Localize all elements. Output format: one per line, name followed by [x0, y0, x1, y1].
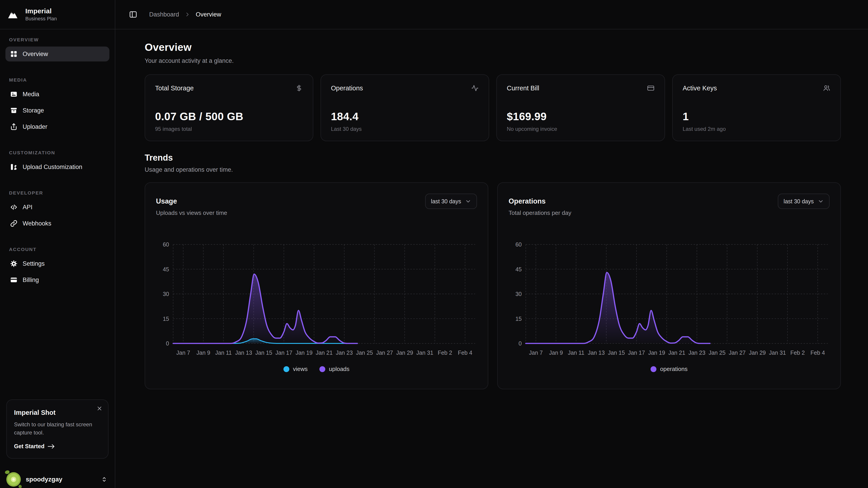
- svg-text:0: 0: [519, 340, 522, 347]
- chevron-down-icon: [465, 198, 471, 204]
- sidebar-item-label: API: [23, 204, 33, 211]
- range-select[interactable]: last 30 days: [425, 194, 477, 209]
- users-icon: [823, 84, 831, 92]
- svg-text:Jan 29: Jan 29: [396, 350, 413, 356]
- sidebar-item-label: Overview: [23, 51, 48, 58]
- svg-text:Jan 21: Jan 21: [315, 350, 333, 356]
- get-started-label: Get Started: [14, 443, 44, 450]
- user-menu[interactable]: spoodyzgay: [0, 471, 115, 488]
- sidebar-item-settings[interactable]: Settings: [5, 256, 110, 271]
- svg-text:Feb 2: Feb 2: [438, 350, 452, 356]
- svg-text:Jan 27: Jan 27: [729, 350, 746, 356]
- sidebar-item-api[interactable]: API: [5, 200, 110, 215]
- breadcrumb: Dashboard Overview: [149, 11, 221, 18]
- svg-text:Jan 31: Jan 31: [769, 350, 786, 356]
- code-icon: [10, 203, 18, 211]
- sidebar-item-label: Billing: [23, 276, 39, 284]
- svg-text:45: 45: [515, 266, 522, 272]
- sidebar-toggle-icon[interactable]: [129, 10, 137, 19]
- brand: Imperial Business Plan: [0, 0, 115, 29]
- chart-title: Operations: [508, 197, 571, 205]
- legend-dot: [319, 366, 325, 372]
- sidebar-item-uploader[interactable]: Uploader: [5, 119, 110, 134]
- stat-card-active-keys: Active Keys1Last used 2m ago: [672, 74, 841, 141]
- chart-card-usage: UsageUploads vs views over timelast 30 d…: [145, 182, 488, 389]
- sidebar-item-upload-customization[interactable]: Upload Customization: [5, 160, 110, 174]
- brand-name: Imperial: [25, 7, 57, 15]
- upload-icon: [10, 123, 18, 131]
- user-name: spoodyzgay: [26, 476, 96, 483]
- stat-title: Operations: [331, 85, 363, 92]
- sidebar-item-overview[interactable]: Overview: [5, 46, 110, 61]
- image-icon: [10, 90, 18, 98]
- trends-title: Trends: [145, 153, 841, 163]
- stat-value: 1: [683, 110, 831, 123]
- sidebar-item-label: Uploader: [23, 123, 48, 130]
- svg-text:Jan 23: Jan 23: [336, 350, 352, 356]
- mountain-logo-icon: [7, 9, 21, 20]
- sidebar-item-storage[interactable]: Storage: [5, 103, 110, 118]
- brand-plan: Business Plan: [25, 16, 57, 22]
- stat-card-current-bill: Current Bill$169.99No upcoming invoice: [496, 74, 665, 141]
- svg-text:Jan 29: Jan 29: [749, 350, 766, 356]
- sidebar: Imperial Business Plan OVERVIEWOverviewM…: [0, 0, 115, 488]
- credit-card-icon: [647, 84, 655, 92]
- sidebar-item-billing[interactable]: Billing: [5, 272, 110, 287]
- svg-text:Jan 13: Jan 13: [588, 350, 604, 356]
- legend-label: uploads: [329, 365, 349, 372]
- svg-text:30: 30: [515, 291, 522, 297]
- chevrons-up-down-icon: [101, 476, 107, 483]
- chart-subtitle: Total operations per day: [508, 209, 571, 217]
- stat-subtext: No upcoming invoice: [507, 126, 655, 132]
- svg-text:60: 60: [163, 241, 169, 248]
- legend-item-operations: operations: [651, 365, 687, 372]
- chart-card-operations: OperationsTotal operations per daylast 3…: [497, 182, 841, 389]
- breadcrumb-dashboard[interactable]: Dashboard: [149, 11, 179, 18]
- nav-section-label: ACCOUNT: [5, 247, 110, 252]
- chevron-down-icon: [818, 198, 824, 204]
- promo-body: Switch to our blazing fast screen captur…: [14, 420, 94, 437]
- stat-cards: Total Storage0.07 GB / 500 GB95 images t…: [145, 74, 841, 141]
- nav-section: ACCOUNTSettingsBilling: [5, 247, 110, 287]
- svg-text:Feb 4: Feb 4: [810, 350, 825, 356]
- chart-title: Usage: [156, 197, 227, 205]
- svg-text:30: 30: [163, 291, 169, 297]
- svg-text:Jan 17: Jan 17: [275, 350, 292, 356]
- breadcrumb-overview: Overview: [196, 11, 221, 18]
- stat-value: 0.07 GB / 500 GB: [155, 110, 303, 123]
- custom-icon: [10, 163, 18, 171]
- chart-cards: UsageUploads vs views over timelast 30 d…: [145, 182, 841, 389]
- link-icon: [10, 220, 18, 227]
- svg-text:Jan 11: Jan 11: [568, 350, 584, 356]
- svg-text:Jan 23: Jan 23: [688, 350, 705, 356]
- chevron-right-icon: [184, 11, 190, 18]
- gear-icon: [10, 260, 18, 267]
- promo-title: Imperial Shot: [14, 409, 102, 416]
- get-started-link[interactable]: Get Started: [14, 443, 102, 450]
- svg-text:Jan 9: Jan 9: [549, 350, 563, 356]
- stat-subtext: 95 images total: [155, 126, 303, 132]
- sidebar-item-label: Settings: [23, 260, 45, 267]
- page-title: Overview: [145, 41, 841, 53]
- range-select[interactable]: last 30 days: [778, 194, 830, 209]
- svg-text:Jan 11: Jan 11: [215, 350, 232, 356]
- sidebar-item-media[interactable]: Media: [5, 87, 110, 102]
- content: Overview Your account activity at a glan…: [115, 29, 868, 488]
- legend-item-uploads: uploads: [319, 365, 349, 372]
- activity-icon: [471, 84, 479, 92]
- nav-section-label: MEDIA: [5, 77, 110, 83]
- sidebar-item-label: Media: [23, 91, 39, 98]
- svg-text:Jan 25: Jan 25: [709, 350, 725, 356]
- nav-section: DEVELOPERAPIWebhooks: [5, 190, 110, 231]
- stat-value: $169.99: [507, 110, 655, 123]
- close-icon[interactable]: [96, 405, 103, 412]
- stat-subtext: Last used 2m ago: [683, 126, 831, 132]
- svg-text:Jan 15: Jan 15: [608, 350, 625, 356]
- stat-card-total-storage: Total Storage0.07 GB / 500 GB95 images t…: [145, 74, 313, 141]
- card-icon: [10, 276, 18, 284]
- promo-card: Imperial Shot Switch to our blazing fast…: [6, 399, 108, 459]
- trends-subtitle: Usage and operations over time.: [145, 166, 841, 173]
- svg-text:Jan 31: Jan 31: [416, 350, 433, 356]
- sidebar-item-webhooks[interactable]: Webhooks: [5, 216, 110, 231]
- stat-title: Active Keys: [683, 85, 717, 92]
